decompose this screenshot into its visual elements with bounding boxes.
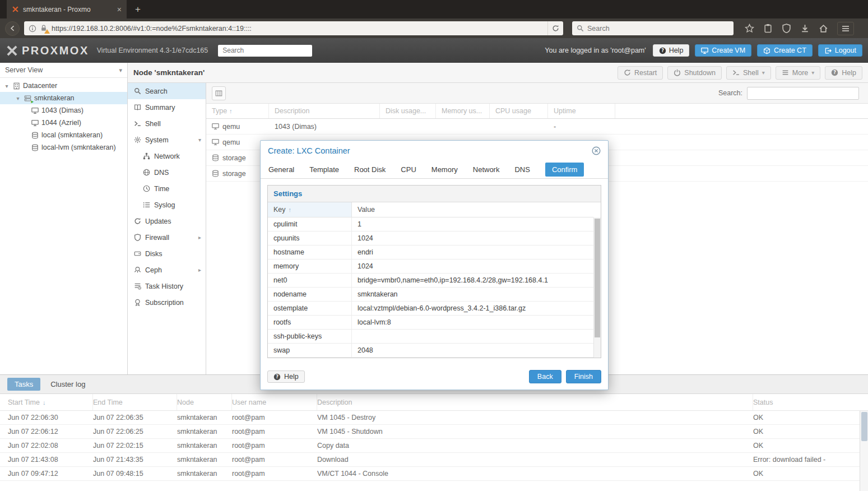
dialog-close-button[interactable] [592,146,601,155]
task-row[interactable]: Jun 07 09:47:12 Jun 07 09:48:15 smkntake… [0,467,868,481]
downloads-icon[interactable] [800,24,810,33]
tab-confirm[interactable]: Confirm [545,163,584,177]
tab-tasks[interactable]: Tasks [7,378,40,391]
tab-general[interactable]: General [268,165,294,174]
tab-close-icon[interactable]: × [117,6,122,13]
tab-template[interactable]: Template [309,165,339,174]
pve-search-input[interactable] [218,45,312,57]
column-header-uptime[interactable]: Uptime [548,104,615,118]
settings-row-ostemplate[interactable]: ostemplate local:vztmpl/debian-6.0-wordp… [268,302,593,316]
column-header-status[interactable]: Status [753,394,868,410]
shutdown-button[interactable]: Shutdown [667,66,722,80]
url-bar[interactable]: https://192.168.10.2:8006/#v1:0:=node%2F… [24,21,563,35]
menu-item-network[interactable]: Network [128,148,206,164]
column-header-type[interactable]: Type ↑ [206,104,269,118]
create-vm-button[interactable]: Create VM [695,44,751,57]
tab-cluster-log[interactable]: Cluster log [50,380,85,388]
menu-item-task-history[interactable]: Task History [128,278,206,294]
menu-item-ceph[interactable]: Ceph ▸ [128,262,206,278]
settings-row-rootfs[interactable]: rootfs local-lvm:8 [268,316,593,330]
expander-icon[interactable]: ▾ [15,95,21,101]
logout-button[interactable]: Logout [818,44,862,57]
expander-icon[interactable]: ▾ [3,83,10,89]
settings-row-swap[interactable]: swap 2048 [268,344,593,358]
settings-row-memory[interactable]: memory 1024 [268,260,593,274]
menu-item-subscription[interactable]: Subscription [128,294,206,311]
finish-button[interactable]: Finish [566,370,601,383]
browser-search-input[interactable] [587,25,729,33]
column-header-node[interactable]: Node [177,394,232,410]
column-header-value[interactable]: Value [352,206,593,214]
menu-item-syslog[interactable]: Syslog [128,197,206,213]
task-row[interactable]: Jun 07 21:43:08 Jun 07 21:43:35 smkntake… [0,453,868,467]
tree-item-storage-local-lvm[interactable]: local-lvm (smkntakeran) [0,141,127,154]
login-status: You are logged in as 'root@pam' [545,47,646,54]
back-button[interactable]: Back [529,370,561,383]
column-header-memory-usage[interactable]: Memory us... [436,104,490,118]
menu-item-system[interactable]: System ▾ [128,132,206,148]
column-header-key[interactable]: Key ↑ [268,202,352,217]
settings-row-cpulimit[interactable]: cpulimit 1 [268,217,593,231]
column-header-user-name[interactable]: User name [232,394,317,410]
column-header-description[interactable]: Description [269,104,380,118]
new-tab-button[interactable]: + [129,2,146,17]
restart-button[interactable]: Restart [618,66,663,80]
tab-cpu[interactable]: CPU [401,165,416,174]
tab-memory[interactable]: Memory [431,165,458,174]
tab-network[interactable]: Network [473,165,500,174]
tab-root-disk[interactable]: Root Disk [354,165,386,174]
settings-row-net0[interactable]: net0 bridge=vmbr0,name=eth0,ip=192.168.4… [268,274,593,288]
settings-row-nodename[interactable]: nodename smkntakeran [268,288,593,302]
settings-row-hostname[interactable]: hostname endri [268,246,593,260]
tree-item-datacenter[interactable]: ▾ Datacenter [0,80,127,92]
pocket-icon[interactable] [782,24,791,33]
home-icon[interactable] [819,24,828,33]
tree-item-storage-local[interactable]: local (smkntakeran) [0,129,127,141]
tasks-scrollbar-thumb[interactable] [861,412,867,441]
grid-row-vm-1043[interactable]: qemu 1043 (Dimas) - [206,119,868,135]
browser-tab[interactable]: smkntakeran - Proxmo × [7,0,127,18]
column-header-end-time[interactable]: End Time [93,394,177,410]
menu-item-firewall[interactable]: Firewall ▸ [128,229,206,246]
settings-scrollbar-thumb[interactable] [595,219,600,337]
shell-button[interactable]: Shell ▾ [726,66,771,80]
bookmark-star-icon[interactable] [745,24,754,33]
menu-item-shell[interactable]: Shell [128,115,206,132]
more-button[interactable]: More ▾ [776,66,821,80]
create-ct-button[interactable]: Create CT [757,44,813,57]
task-row[interactable]: Jun 07 22:06:12 Jun 07 22:06:25 smkntake… [0,425,868,439]
view-selector[interactable]: Server View ▾ [0,63,127,78]
header-help-button[interactable]: Help [653,44,690,57]
page-info-icon[interactable] [29,25,36,33]
task-row[interactable]: Jun 07 22:06:30 Jun 07 22:06:35 smkntake… [0,411,868,425]
node-help-button[interactable]: Help [825,66,862,80]
column-header-disk-usage[interactable]: Disk usage... [380,104,436,118]
tree-item-node-smkntakeran[interactable]: ▾ ▸ smkntakeran [0,92,127,104]
menu-item-dns[interactable]: DNS [128,164,206,180]
mixed-content-lock-icon[interactable] [40,24,48,33]
column-header-cpu-usage[interactable]: CPU usage [490,104,548,118]
tab-dns[interactable]: DNS [514,165,530,174]
settings-row-cpuunits[interactable]: cpuunits 1024 [268,231,593,246]
settings-scrollbar[interactable] [593,217,601,358]
tree-item-vm-1043[interactable]: 1043 (Dimas) [0,104,127,117]
menu-item-search[interactable]: Search [128,83,206,99]
reload-button[interactable] [547,21,563,35]
tree-item-vm-1044[interactable]: 1044 (Azriel) [0,117,127,129]
grid-search-input[interactable] [747,87,859,100]
hamburger-menu-button[interactable] [837,22,854,35]
back-button[interactable] [5,21,20,36]
dialog-title-bar[interactable]: Create: LXC Container [261,141,608,160]
menu-item-disks[interactable]: Disks [128,246,206,262]
dialog-help-button[interactable]: Help [267,370,305,383]
clipboard-icon[interactable] [763,24,773,33]
menu-item-summary[interactable]: Summary [128,99,206,115]
task-row[interactable]: Jun 07 22:02:08 Jun 07 22:02:15 smkntake… [0,439,868,453]
column-header-description[interactable]: Description [317,394,753,410]
menu-item-time[interactable]: Time [128,180,206,197]
settings-row-ssh-public-keys[interactable]: ssh-public-keys [268,330,593,344]
column-header-start-time[interactable]: Start Time ↓ [0,394,93,410]
tasks-scrollbar[interactable] [860,411,868,491]
column-config-button[interactable] [212,86,226,100]
menu-item-updates[interactable]: Updates [128,213,206,229]
